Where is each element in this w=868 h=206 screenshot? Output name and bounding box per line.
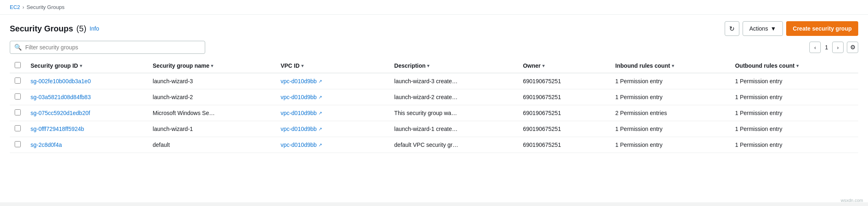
header-actions: ↻ Actions ▼ Create security group	[725, 21, 859, 36]
sort-icon-owner: ▾	[542, 63, 545, 69]
row-sgname-3: launch-wizard-1	[148, 121, 276, 137]
search-bar-row: 🔍 ‹ 1 › ⚙	[10, 41, 858, 54]
col-header-inbound[interactable]: Inbound rules count ▾	[610, 59, 730, 73]
breadcrumb: EC2 › Security Groups	[0, 0, 868, 15]
row-sgname-2: Microsoft Windows Se…	[148, 105, 276, 121]
col-header-inbound-label: Inbound rules count	[615, 62, 670, 69]
sort-icon-desc: ▾	[427, 63, 430, 69]
search-icon: 🔍	[14, 44, 22, 51]
page-number: 1	[822, 44, 831, 51]
col-header-outbound-label: Outbound rules count	[735, 62, 794, 69]
sort-icon-inbound: ▾	[672, 63, 674, 69]
row-outbound-4: 1 Permission entry	[730, 137, 858, 153]
row-checkbox-cell	[10, 121, 26, 137]
col-header-sgid-label: Security group ID	[31, 62, 78, 69]
vpc-link-2[interactable]: vpc-d010d9bb ↗	[281, 110, 322, 116]
row-desc-4: default VPC security gr…	[389, 137, 518, 153]
row-inbound-2: 2 Permission entries	[610, 105, 730, 121]
col-header-owner[interactable]: Owner ▾	[518, 59, 610, 73]
vpc-link-1[interactable]: vpc-d010d9bb ↗	[281, 94, 322, 100]
sg-id-link-2[interactable]: sg-075cc5920d1edb20f	[31, 110, 90, 116]
refresh-button[interactable]: ↻	[725, 21, 739, 36]
actions-chevron-icon: ▼	[770, 25, 776, 32]
row-vpc-1: vpc-d010d9bb ↗	[276, 89, 389, 105]
select-all-checkbox[interactable]	[15, 62, 21, 68]
row-outbound-2: 1 Permission entry	[730, 105, 858, 121]
col-header-sgid[interactable]: Security group ID ▾	[26, 59, 148, 73]
row-checkbox-3[interactable]	[15, 125, 21, 131]
next-page-button[interactable]: ›	[832, 42, 844, 53]
watermark: wsxdn.com	[841, 198, 863, 202]
search-input-wrapper: 🔍	[10, 41, 205, 54]
external-link-icon-2: ↗	[318, 111, 322, 116]
row-vpc-2: vpc-d010d9bb ↗	[276, 105, 389, 121]
row-owner-2: 690190675251	[518, 105, 610, 121]
col-header-owner-label: Owner	[523, 62, 541, 69]
external-link-icon-1: ↗	[318, 95, 322, 100]
row-checkbox-4[interactable]	[15, 141, 21, 147]
security-groups-table: Security group ID ▾ Security group name …	[10, 59, 858, 153]
row-sgid-1: sg-03a5821d08d84fb83	[26, 89, 148, 105]
row-checkbox-cell	[10, 137, 26, 153]
vpc-link-4[interactable]: vpc-d010d9bb ↗	[281, 142, 322, 148]
page-title-group: Security Groups (5) Info	[10, 24, 99, 33]
main-content: Security Groups (5) Info ↻ Actions ▼ Cre…	[0, 15, 868, 202]
page-title: Security Groups	[10, 24, 73, 33]
row-sgname-4: default	[148, 137, 276, 153]
row-inbound-4: 1 Permission entry	[610, 137, 730, 153]
col-header-vpc[interactable]: VPC ID ▾	[276, 59, 389, 73]
row-checkbox-0[interactable]	[15, 78, 21, 84]
select-all-col	[10, 59, 26, 73]
col-header-vpc-label: VPC ID	[281, 62, 300, 69]
sort-icon-outbound: ▾	[796, 63, 799, 69]
sg-id-link-0[interactable]: sg-002fe10b00db3a1e0	[31, 78, 91, 84]
row-sgid-2: sg-075cc5920d1edb20f	[26, 105, 148, 121]
row-owner-3: 690190675251	[518, 121, 610, 137]
row-outbound-0: 1 Permission entry	[730, 73, 858, 89]
row-checkbox-cell	[10, 105, 26, 121]
row-owner-4: 690190675251	[518, 137, 610, 153]
table-row: sg-0fff729418ff5924b launch-wizard-1 vpc…	[10, 121, 858, 137]
table-body: sg-002fe10b00db3a1e0 launch-wizard-3 vpc…	[10, 73, 858, 153]
sg-id-link-3[interactable]: sg-0fff729418ff5924b	[31, 126, 84, 132]
actions-label: Actions	[750, 25, 768, 32]
table-settings-button[interactable]: ⚙	[847, 42, 858, 53]
col-header-sgname[interactable]: Security group name ▾	[148, 59, 276, 73]
col-header-outbound[interactable]: Outbound rules count ▾	[730, 59, 858, 73]
actions-button[interactable]: Actions ▼	[743, 21, 783, 36]
sg-id-link-4[interactable]: sg-2c8d0f4a	[31, 142, 62, 148]
table-row: sg-075cc5920d1edb20f Microsoft Windows S…	[10, 105, 858, 121]
row-inbound-0: 1 Permission entry	[610, 73, 730, 89]
row-owner-1: 690190675251	[518, 89, 610, 105]
page-header: Security Groups (5) Info ↻ Actions ▼ Cre…	[10, 21, 858, 36]
row-checkbox-cell	[10, 73, 26, 89]
sg-id-link-1[interactable]: sg-03a5821d08d84fb83	[31, 94, 91, 100]
row-checkbox-2[interactable]	[15, 109, 21, 115]
row-sgid-4: sg-2c8d0f4a	[26, 137, 148, 153]
breadcrumb-ec2[interactable]: EC2	[10, 4, 20, 10]
table-header-row: Security group ID ▾ Security group name …	[10, 59, 858, 73]
row-checkbox-1[interactable]	[15, 93, 21, 100]
row-desc-0: launch-wizard-3 create…	[389, 73, 518, 89]
row-vpc-3: vpc-d010d9bb ↗	[276, 121, 389, 137]
info-link[interactable]: Info	[90, 25, 99, 32]
pagination-row: ‹ 1 › ⚙	[809, 42, 858, 53]
table-row: sg-2c8d0f4a default vpc-d010d9bb ↗ defau…	[10, 137, 858, 153]
row-owner-0: 690190675251	[518, 73, 610, 89]
vpc-link-0[interactable]: vpc-d010d9bb ↗	[281, 78, 322, 84]
col-header-desc[interactable]: Description ▾	[389, 59, 518, 73]
prev-page-button[interactable]: ‹	[809, 42, 821, 53]
row-checkbox-cell	[10, 89, 26, 105]
breadcrumb-separator: ›	[22, 4, 24, 10]
sort-icon-vpc: ▾	[301, 63, 304, 69]
col-header-desc-label: Description	[394, 62, 425, 69]
vpc-link-3[interactable]: vpc-d010d9bb ↗	[281, 126, 322, 132]
table-row: sg-03a5821d08d84fb83 launch-wizard-2 vpc…	[10, 89, 858, 105]
row-inbound-3: 1 Permission entry	[610, 121, 730, 137]
create-security-group-button[interactable]: Create security group	[786, 21, 858, 36]
row-outbound-1: 1 Permission entry	[730, 89, 858, 105]
row-sgid-3: sg-0fff729418ff5924b	[26, 121, 148, 137]
row-desc-1: launch-wizard-2 create…	[389, 89, 518, 105]
search-input[interactable]	[25, 44, 201, 51]
sort-icon-sgname: ▾	[211, 63, 213, 69]
